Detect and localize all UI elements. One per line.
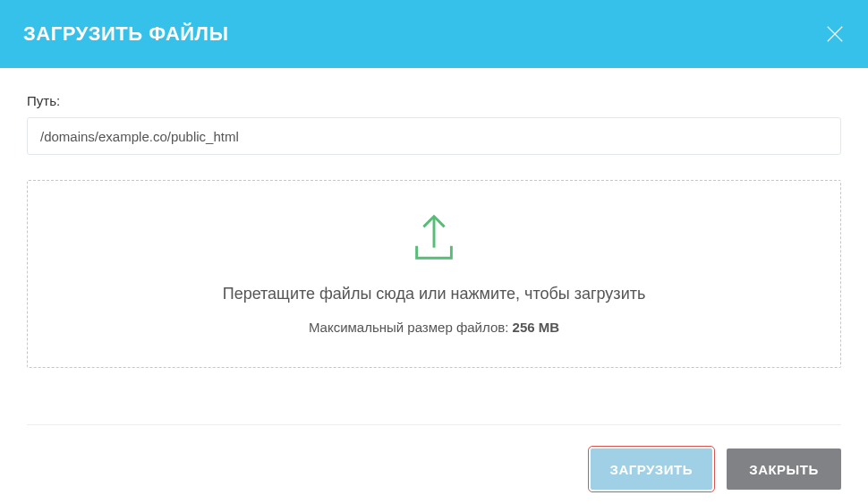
close-button[interactable]: ЗАКРЫТЬ: [727, 448, 841, 490]
file-dropzone[interactable]: Перетащите файлы сюда или нажмите, чтобы…: [27, 180, 841, 368]
upload-files-modal: ЗАГРУЗИТЬ ФАЙЛЫ Путь: Перетащите файлы с…: [0, 0, 868, 504]
path-input[interactable]: [27, 117, 841, 155]
dropzone-text: Перетащите файлы сюда или нажмите, чтобы…: [46, 285, 822, 303]
modal-title: ЗАГРУЗИТЬ ФАЙЛЫ: [23, 22, 229, 46]
upload-icon: [406, 209, 462, 269]
path-label: Путь:: [27, 93, 841, 108]
max-size-value: 256 MB: [513, 320, 560, 335]
close-icon[interactable]: [825, 24, 845, 44]
modal-footer: ЗАГРУЗИТЬ ЗАКРЫТЬ: [0, 425, 868, 504]
max-size-line: Максимальный размер файлов: 256 MB: [46, 320, 822, 335]
upload-button[interactable]: ЗАГРУЗИТЬ: [591, 448, 713, 490]
max-size-label: Максимальный размер файлов:: [309, 320, 513, 335]
modal-header: ЗАГРУЗИТЬ ФАЙЛЫ: [0, 0, 868, 68]
modal-body: Путь: Перетащите файлы сюда или нажмите,…: [0, 68, 868, 401]
